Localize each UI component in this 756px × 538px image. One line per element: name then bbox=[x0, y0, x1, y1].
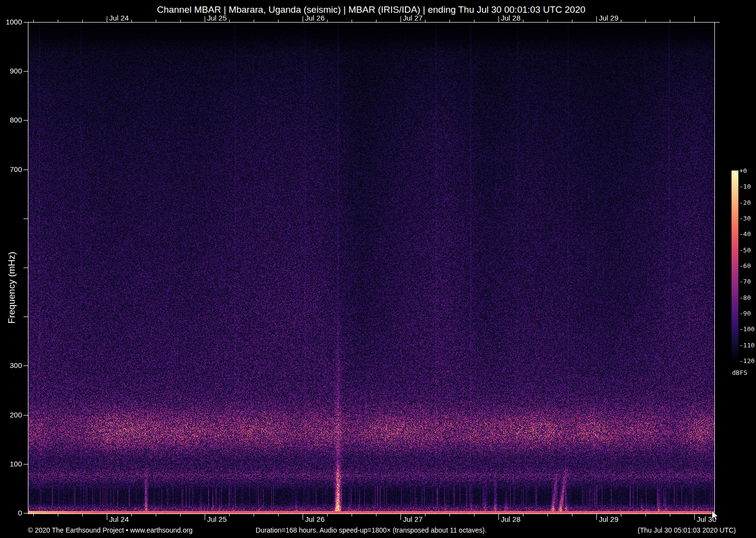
colorbar-tick-label: -50 bbox=[739, 246, 751, 254]
spectrogram-figure: Channel MBAR | Mbarara, Uganda (seismic)… bbox=[0, 0, 756, 538]
render-time-text: (Thu Jul 30 05:01:03 2020 UTC) bbox=[638, 526, 736, 534]
x-tick-label-top: Jul 27 bbox=[403, 14, 423, 22]
colorbar-tick-label: -70 bbox=[739, 278, 751, 285]
x-tick-label-bottom: Jul 28 bbox=[501, 515, 520, 523]
x-tick-label-bottom: Jul 25 bbox=[207, 515, 227, 523]
y-tick-label: 100 bbox=[0, 460, 22, 468]
x-tick-label-top: Jul 25 bbox=[207, 14, 227, 22]
colorbar-tick-label: -10 bbox=[739, 183, 751, 190]
spectrogram-canvas bbox=[28, 22, 714, 514]
x-tick-label-bottom: Jul 27 bbox=[403, 515, 423, 523]
x-tick-label-top: Jul 26 bbox=[305, 14, 325, 22]
duration-text: Duration=168 hours. Audio speed-up=1800×… bbox=[28, 526, 714, 534]
mouse-cursor-icon bbox=[711, 510, 721, 522]
colorbar-tick-label: -120 bbox=[739, 357, 755, 365]
y-tick-label: 900 bbox=[0, 67, 22, 75]
y-tick-label: 200 bbox=[0, 411, 22, 419]
x-tick-label-bottom: Jul 29 bbox=[599, 515, 618, 523]
y-tick-label: 0 bbox=[0, 509, 22, 517]
x-tick-label-top: Jul 24 bbox=[109, 14, 129, 22]
x-tick-label-bottom: Jul 24 bbox=[109, 515, 129, 523]
x-tick-label-top: Jul 29 bbox=[599, 14, 618, 22]
colorbar-tick-label: -40 bbox=[739, 230, 751, 238]
x-tick-label-bottom: Jul 26 bbox=[305, 515, 325, 523]
colorbar-tick-label: -80 bbox=[739, 294, 751, 301]
colorbar-tick-label: -60 bbox=[739, 262, 751, 269]
x-tick-label-top: Jul 28 bbox=[501, 14, 520, 22]
colorbar-tick-label: -90 bbox=[739, 310, 751, 317]
colorbar-tick-label: +0 bbox=[739, 167, 747, 174]
y-axis-title: Frequency (mHz) bbox=[6, 252, 17, 324]
y-tick-label: 700 bbox=[0, 165, 22, 174]
colorbar-tick-label: -30 bbox=[739, 215, 751, 222]
y-tick-label: 800 bbox=[0, 116, 22, 124]
y-tick-label: 1000 bbox=[0, 18, 22, 26]
y-tick-label: 300 bbox=[0, 361, 22, 370]
colorbar-gradient bbox=[732, 171, 738, 362]
colorbar-unit-label: dBFS bbox=[732, 369, 747, 376]
colorbar-tick-label: -110 bbox=[739, 342, 755, 349]
colorbar-tick-label: -100 bbox=[739, 325, 755, 333]
colorbar-tick-label: -20 bbox=[739, 199, 751, 206]
